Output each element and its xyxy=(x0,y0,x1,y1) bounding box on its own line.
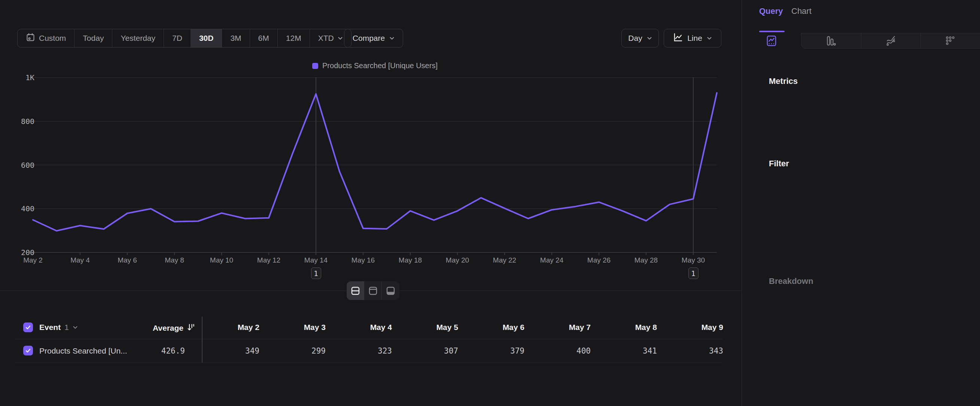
compare-label: Compare xyxy=(353,34,385,43)
date-column-header[interactable]: May 4 xyxy=(326,323,392,332)
x-axis-label: May 24 xyxy=(535,256,569,264)
date-column-header[interactable]: May 5 xyxy=(392,323,458,332)
x-axis-label: May 2 xyxy=(16,256,50,264)
date-column-headers: May 2May 3May 4May 5May 6May 7May 8May 9 xyxy=(202,323,723,332)
y-axis-label: 800 xyxy=(12,117,35,126)
main-area: CustomTodayYesterday7D30D3M6M12MXTD Comp… xyxy=(0,0,741,406)
tab-flow-chart[interactable] xyxy=(861,33,921,49)
table-row[interactable]: Products Searched [Un... 426.9 349299323… xyxy=(0,339,741,363)
x-axis-label: May 12 xyxy=(252,256,286,264)
x-axis-label: May 22 xyxy=(488,256,522,264)
interval-label: Day xyxy=(628,34,642,43)
row-checkbox[interactable] xyxy=(23,346,33,355)
breakdown-heading: Breakdown xyxy=(769,276,813,286)
select-all-checkbox[interactable] xyxy=(23,322,33,332)
chart-type-tabs xyxy=(742,33,980,49)
chevron-down-icon xyxy=(73,325,78,330)
x-axis-label: May 30 xyxy=(676,256,710,264)
event-dropdown[interactable]: Event 1 xyxy=(39,323,78,332)
y-axis-label: 600 xyxy=(12,161,35,170)
line-chart[interactable]: 1K800600400200May 2May 4May 6May 8May 10… xyxy=(0,56,741,288)
results-table: Event 1 Average May 2May 3May 4May 5May … xyxy=(0,317,741,363)
cell-value: 400 xyxy=(525,346,591,355)
tab-bar-chart[interactable] xyxy=(801,33,861,49)
date-range-label: Yesterday xyxy=(121,34,155,43)
date-column-header[interactable]: May 8 xyxy=(591,323,657,332)
average-sort-header[interactable]: Average xyxy=(112,323,196,333)
layout-split-view-button[interactable] xyxy=(347,281,364,300)
calendar-icon xyxy=(26,33,35,44)
active-tab-underline xyxy=(759,31,784,32)
x-axis-label: May 6 xyxy=(110,256,144,264)
compare-button[interactable]: Compare xyxy=(344,29,403,48)
interval-button[interactable]: Day xyxy=(621,29,659,48)
date-range-7d[interactable]: 7D xyxy=(164,29,191,47)
x-axis-label: May 28 xyxy=(629,256,663,264)
layout-table-only-button[interactable] xyxy=(382,281,399,300)
date-range-label: 30D xyxy=(199,34,214,43)
chevron-down-icon xyxy=(707,36,712,41)
y-axis-label: 200 xyxy=(12,248,35,257)
date-range-label: XTD xyxy=(318,34,334,43)
cell-value: 299 xyxy=(259,346,326,355)
date-range-12m[interactable]: 12M xyxy=(278,29,310,47)
date-range-label: Custom xyxy=(39,34,66,43)
x-axis-label: May 20 xyxy=(441,256,474,264)
row-average: 426.9 xyxy=(112,346,185,355)
table-divider xyxy=(15,363,722,363)
cell-value: 323 xyxy=(326,346,392,355)
annotation-badge[interactable]: 1 xyxy=(311,267,321,279)
tab-retention-grid[interactable] xyxy=(921,33,980,49)
date-column-header[interactable]: May 7 xyxy=(525,323,591,332)
chevron-down-icon xyxy=(647,36,652,41)
chart-type-button[interactable]: Line xyxy=(664,29,721,48)
chart-type-label: Line xyxy=(687,34,702,43)
cell-value: 343 xyxy=(657,346,723,355)
date-range-label: 12M xyxy=(286,34,301,43)
date-range-label: Today xyxy=(83,34,104,43)
event-label: Event xyxy=(39,323,60,332)
date-range-today[interactable]: Today xyxy=(75,29,112,47)
cell-value: 379 xyxy=(458,346,525,355)
x-axis-label: May 14 xyxy=(299,256,333,264)
y-axis-label: 1K xyxy=(12,73,35,82)
y-axis-label: 400 xyxy=(12,204,35,213)
x-axis-label: May 8 xyxy=(158,256,191,264)
column-separator xyxy=(202,317,202,363)
date-range-control: CustomTodayYesterday7D30D3M6M12MXTD xyxy=(17,29,352,48)
filter-heading: Filter xyxy=(769,159,789,169)
event-count: 1 xyxy=(64,323,69,332)
tab-chart[interactable]: Chart xyxy=(791,6,811,16)
date-range-yesterday[interactable]: Yesterday xyxy=(112,29,164,47)
date-range-label: 6M xyxy=(258,34,269,43)
date-column-header[interactable]: May 9 xyxy=(657,323,723,332)
line-chart-icon xyxy=(673,33,683,44)
tab-line-chart[interactable] xyxy=(742,33,801,49)
row-values: 349299323307379400341343 xyxy=(202,346,723,355)
date-range-label: 3M xyxy=(230,34,241,43)
x-axis-label: May 10 xyxy=(205,256,239,264)
x-axis-label: May 18 xyxy=(393,256,427,264)
date-range-6m[interactable]: 6M xyxy=(250,29,278,47)
date-range-3m[interactable]: 3M xyxy=(222,29,250,47)
x-axis-label: May 4 xyxy=(63,256,97,264)
cell-value: 307 xyxy=(392,346,458,355)
date-range-custom[interactable]: Custom xyxy=(18,29,75,47)
metrics-heading: Metrics xyxy=(769,76,798,86)
date-column-header[interactable]: May 2 xyxy=(202,323,259,332)
x-axis-label: May 26 xyxy=(582,256,616,264)
table-header-row: Event 1 Average May 2May 3May 4May 5May … xyxy=(0,317,741,339)
sort-descending-icon xyxy=(186,323,196,333)
layout-chart-only-button[interactable] xyxy=(364,281,382,300)
chevron-down-icon xyxy=(338,36,343,41)
annotation-badge[interactable]: 1 xyxy=(688,267,698,279)
date-range-label: 7D xyxy=(172,34,182,43)
date-column-header[interactable]: May 3 xyxy=(259,323,326,332)
query-sidebar: Query Chart Metrics A xyxy=(741,0,980,406)
average-label: Average xyxy=(153,323,183,333)
date-range-30d[interactable]: 30D xyxy=(191,29,222,47)
date-column-header[interactable]: May 6 xyxy=(458,323,525,332)
cell-value: 341 xyxy=(591,346,657,355)
x-axis-label: May 16 xyxy=(346,256,380,264)
tab-query[interactable]: Query xyxy=(759,6,783,16)
